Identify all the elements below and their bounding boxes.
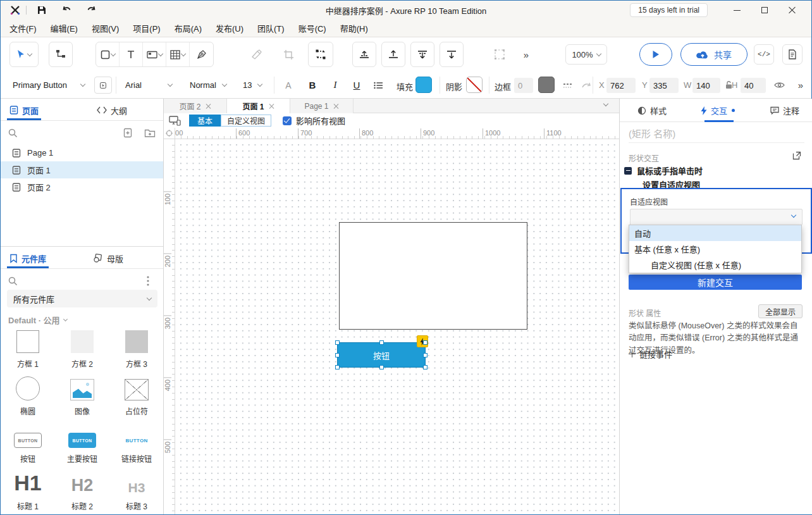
- tab-masters[interactable]: 母版: [93, 247, 123, 268]
- add-folder-icon[interactable]: [144, 128, 156, 138]
- menu-publish[interactable]: 发布(U): [216, 22, 243, 34]
- fill-color-swatch[interactable]: [415, 77, 432, 93]
- resize-handle-nw[interactable]: [335, 340, 340, 345]
- send-backward-button[interactable]: [410, 42, 434, 67]
- preview-button[interactable]: [639, 43, 672, 66]
- style-picker-button[interactable]: [94, 77, 112, 94]
- rectangle-tool-button[interactable]: [96, 42, 120, 66]
- page-row-yemian1-selected[interactable]: 页面 1: [1, 161, 163, 178]
- menu-arrange[interactable]: 布局(A): [175, 22, 202, 34]
- page-row-page1[interactable]: Page 1: [1, 144, 163, 161]
- bring-to-front-button[interactable]: [352, 42, 376, 67]
- maximize-button[interactable]: [751, 1, 778, 20]
- resize-handle-ne[interactable]: [423, 340, 428, 345]
- w-input[interactable]: [692, 78, 720, 93]
- widget-link-button[interactable]: BUTTON链接按钮: [109, 420, 164, 468]
- connector-tool-button[interactable]: [49, 42, 73, 67]
- widget-button[interactable]: BUTTON按钮: [1, 420, 55, 468]
- save-button[interactable]: [34, 3, 50, 17]
- close-tab-icon[interactable]: [334, 104, 339, 109]
- resize-handle-se[interactable]: [423, 365, 428, 369]
- tab-pages[interactable]: 页面: [9, 99, 39, 120]
- page-row-yemian2[interactable]: 页面 2: [1, 178, 163, 195]
- input-tool-button[interactable]: [143, 42, 166, 66]
- external-link-icon[interactable]: [792, 151, 801, 160]
- canvas-tab-yemian1-active[interactable]: 页面 1: [227, 99, 290, 113]
- library-filter-select[interactable]: 所有元件库: [7, 290, 157, 307]
- dropdown-option-custom[interactable]: 自定义视图 (任意 x 任意): [629, 257, 801, 273]
- widget-box1[interactable]: 方框 1: [1, 325, 55, 373]
- resize-handle-sw[interactable]: [335, 365, 340, 369]
- undo-button[interactable]: [59, 3, 75, 17]
- canvas-tab-yemian2[interactable]: 页面 2: [164, 99, 227, 113]
- font-weight-select[interactable]: Normal: [184, 77, 232, 94]
- widget-name-input[interactable]: [629, 125, 804, 143]
- dropdown-option-basic[interactable]: 基本 (任意 x 任意): [629, 241, 801, 257]
- canvas-tab-page1[interactable]: Page 1: [290, 99, 354, 113]
- underline-button[interactable]: U: [348, 77, 365, 94]
- text-tool-button[interactable]: X: [120, 42, 143, 66]
- italic-button[interactable]: I: [327, 77, 343, 94]
- widget-box2[interactable]: 方框 2: [55, 325, 109, 373]
- visibility-button[interactable]: [771, 77, 787, 94]
- new-interaction-button[interactable]: 新建交互: [629, 275, 802, 290]
- ruler-origin[interactable]: [164, 128, 175, 139]
- resize-handle-s[interactable]: [379, 365, 384, 369]
- select-tool-button[interactable]: [9, 42, 39, 67]
- widget-primary-button[interactable]: BUTTON主要按钮: [55, 420, 109, 468]
- stylebar-more-button[interactable]: »: [792, 77, 809, 94]
- inspect-code-button[interactable]: </>: [754, 44, 774, 65]
- font-family-select[interactable]: Arial: [120, 77, 178, 94]
- widget-image[interactable]: 图像: [55, 373, 109, 420]
- collapse-minus-icon[interactable]: [624, 167, 632, 175]
- library-group-label[interactable]: Default · 公用: [8, 314, 67, 326]
- border-style-button[interactable]: [560, 77, 576, 94]
- x-input[interactable]: [606, 78, 636, 93]
- search-icon[interactable]: [8, 276, 18, 286]
- show-all-button[interactable]: 全部显示: [758, 304, 803, 318]
- widget-h1[interactable]: H1标题 1: [1, 468, 55, 515]
- documentation-button[interactable]: [782, 44, 803, 65]
- add-page-icon[interactable]: [123, 128, 133, 138]
- widget-h3[interactable]: H3标题 3: [109, 468, 164, 515]
- kebab-menu-icon[interactable]: [147, 276, 149, 286]
- menu-edit[interactable]: 编辑(E): [51, 22, 78, 34]
- close-button[interactable]: [778, 1, 806, 20]
- font-size-select[interactable]: 13: [237, 77, 268, 94]
- devices-icon[interactable]: [169, 116, 181, 126]
- view-basic-button[interactable]: 基本: [189, 115, 221, 127]
- font-color-button[interactable]: A: [280, 77, 297, 94]
- menu-view[interactable]: 视图(V): [92, 22, 119, 34]
- tab-widget-library[interactable]: 元件库: [9, 247, 46, 268]
- toolbar-more-button[interactable]: »: [517, 42, 536, 67]
- search-icon[interactable]: [8, 128, 18, 138]
- widget-h2[interactable]: H2标题 2: [55, 468, 109, 515]
- menu-team[interactable]: 团队(T): [257, 22, 285, 34]
- redo-button[interactable]: [83, 3, 99, 17]
- affect-all-views-checkbox[interactable]: [283, 116, 292, 125]
- resize-handle-w[interactable]: [335, 353, 340, 357]
- resize-handle-n[interactable]: [379, 340, 384, 345]
- minimize-button[interactable]: [723, 1, 751, 20]
- view-custom-button[interactable]: 自定义视图: [221, 115, 271, 127]
- h-input[interactable]: [741, 78, 766, 93]
- share-button[interactable]: 共享: [680, 43, 747, 66]
- border-width-input[interactable]: [514, 78, 533, 93]
- menu-account[interactable]: 账号(C): [298, 22, 326, 34]
- border-color-swatch[interactable]: [538, 77, 555, 93]
- design-canvas[interactable]: 按钮: [175, 139, 619, 514]
- menu-file[interactable]: 文件(F): [9, 22, 37, 34]
- selected-button-widget[interactable]: 按钮: [337, 342, 426, 368]
- link-events-button[interactable]: 链接事件: [629, 348, 672, 360]
- adaptive-view-select[interactable]: [630, 209, 803, 225]
- tab-style[interactable]: 样式: [637, 99, 667, 122]
- send-to-back-button[interactable]: [440, 42, 464, 67]
- transform-points-button[interactable]: [308, 42, 333, 67]
- close-tab-icon[interactable]: [269, 104, 274, 109]
- widget-style-select[interactable]: Primary Button: [7, 77, 90, 94]
- pen-tool-button[interactable]: [190, 42, 213, 66]
- menu-project[interactable]: 项目(P): [133, 22, 160, 34]
- y-input[interactable]: [649, 78, 679, 93]
- widget-placeholder[interactable]: 占位符: [109, 373, 164, 420]
- table-tool-button[interactable]: [166, 42, 190, 66]
